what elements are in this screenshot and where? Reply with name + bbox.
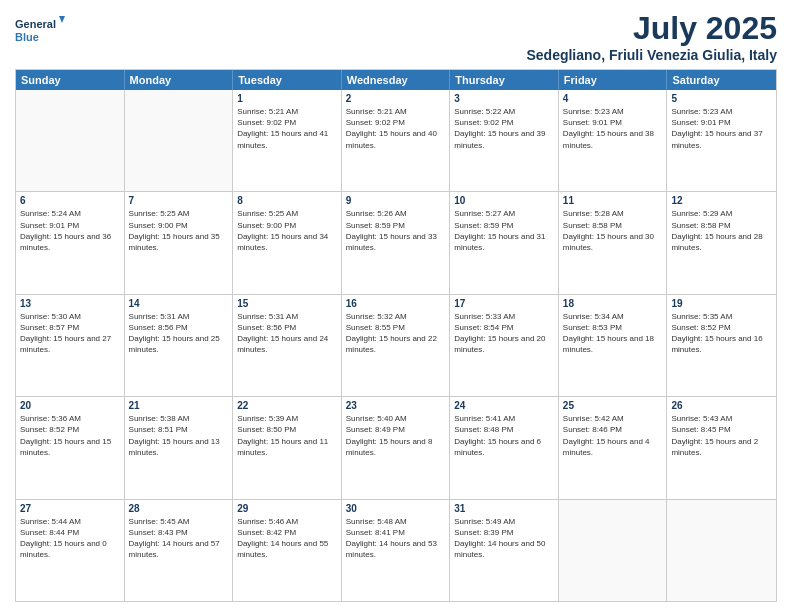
- day-number: 3: [454, 93, 554, 104]
- day-cell: 21Sunrise: 5:38 AM Sunset: 8:51 PM Dayli…: [125, 397, 234, 498]
- day-cell: 3Sunrise: 5:22 AM Sunset: 9:02 PM Daylig…: [450, 90, 559, 191]
- day-info: Sunrise: 5:34 AM Sunset: 8:53 PM Dayligh…: [563, 311, 663, 356]
- day-number: 9: [346, 195, 446, 206]
- day-header: Tuesday: [233, 70, 342, 90]
- day-cell: 15Sunrise: 5:31 AM Sunset: 8:56 PM Dayli…: [233, 295, 342, 396]
- day-number: 14: [129, 298, 229, 309]
- day-info: Sunrise: 5:42 AM Sunset: 8:46 PM Dayligh…: [563, 413, 663, 458]
- day-number: 7: [129, 195, 229, 206]
- day-info: Sunrise: 5:29 AM Sunset: 8:58 PM Dayligh…: [671, 208, 772, 253]
- day-cell: 5Sunrise: 5:23 AM Sunset: 9:01 PM Daylig…: [667, 90, 776, 191]
- day-cell: 18Sunrise: 5:34 AM Sunset: 8:53 PM Dayli…: [559, 295, 668, 396]
- day-number: 5: [671, 93, 772, 104]
- day-number: 22: [237, 400, 337, 411]
- main-title: July 2025: [526, 10, 777, 47]
- day-number: 15: [237, 298, 337, 309]
- day-info: Sunrise: 5:33 AM Sunset: 8:54 PM Dayligh…: [454, 311, 554, 356]
- day-header: Sunday: [16, 70, 125, 90]
- day-number: 30: [346, 503, 446, 514]
- header: General Blue July 2025 Sedegliano, Friul…: [15, 10, 777, 63]
- calendar-body: 1Sunrise: 5:21 AM Sunset: 9:02 PM Daylig…: [16, 90, 776, 601]
- day-info: Sunrise: 5:41 AM Sunset: 8:48 PM Dayligh…: [454, 413, 554, 458]
- day-cell: 24Sunrise: 5:41 AM Sunset: 8:48 PM Dayli…: [450, 397, 559, 498]
- day-number: 23: [346, 400, 446, 411]
- day-number: 12: [671, 195, 772, 206]
- day-info: Sunrise: 5:32 AM Sunset: 8:55 PM Dayligh…: [346, 311, 446, 356]
- day-info: Sunrise: 5:21 AM Sunset: 9:02 PM Dayligh…: [237, 106, 337, 151]
- day-number: 11: [563, 195, 663, 206]
- day-info: Sunrise: 5:23 AM Sunset: 9:01 PM Dayligh…: [563, 106, 663, 151]
- day-info: Sunrise: 5:40 AM Sunset: 8:49 PM Dayligh…: [346, 413, 446, 458]
- day-cell: 9Sunrise: 5:26 AM Sunset: 8:59 PM Daylig…: [342, 192, 451, 293]
- day-info: Sunrise: 5:38 AM Sunset: 8:51 PM Dayligh…: [129, 413, 229, 458]
- day-cell: 16Sunrise: 5:32 AM Sunset: 8:55 PM Dayli…: [342, 295, 451, 396]
- day-cell: 29Sunrise: 5:46 AM Sunset: 8:42 PM Dayli…: [233, 500, 342, 601]
- day-cell: 23Sunrise: 5:40 AM Sunset: 8:49 PM Dayli…: [342, 397, 451, 498]
- day-cell: 8Sunrise: 5:25 AM Sunset: 9:00 PM Daylig…: [233, 192, 342, 293]
- day-number: 26: [671, 400, 772, 411]
- day-number: 10: [454, 195, 554, 206]
- day-header: Monday: [125, 70, 234, 90]
- day-info: Sunrise: 5:27 AM Sunset: 8:59 PM Dayligh…: [454, 208, 554, 253]
- day-header: Friday: [559, 70, 668, 90]
- day-info: Sunrise: 5:49 AM Sunset: 8:39 PM Dayligh…: [454, 516, 554, 561]
- day-info: Sunrise: 5:21 AM Sunset: 9:02 PM Dayligh…: [346, 106, 446, 151]
- title-block: July 2025 Sedegliano, Friuli Venezia Giu…: [526, 10, 777, 63]
- day-number: 31: [454, 503, 554, 514]
- day-cell: 12Sunrise: 5:29 AM Sunset: 8:58 PM Dayli…: [667, 192, 776, 293]
- day-info: Sunrise: 5:31 AM Sunset: 8:56 PM Dayligh…: [237, 311, 337, 356]
- day-cell: 27Sunrise: 5:44 AM Sunset: 8:44 PM Dayli…: [16, 500, 125, 601]
- day-info: Sunrise: 5:45 AM Sunset: 8:43 PM Dayligh…: [129, 516, 229, 561]
- week-row: 13Sunrise: 5:30 AM Sunset: 8:57 PM Dayli…: [16, 294, 776, 396]
- day-number: 13: [20, 298, 120, 309]
- day-number: 29: [237, 503, 337, 514]
- day-info: Sunrise: 5:48 AM Sunset: 8:41 PM Dayligh…: [346, 516, 446, 561]
- day-number: 17: [454, 298, 554, 309]
- day-info: Sunrise: 5:25 AM Sunset: 9:00 PM Dayligh…: [129, 208, 229, 253]
- day-cell: 2Sunrise: 5:21 AM Sunset: 9:02 PM Daylig…: [342, 90, 451, 191]
- day-info: Sunrise: 5:28 AM Sunset: 8:58 PM Dayligh…: [563, 208, 663, 253]
- calendar: SundayMondayTuesdayWednesdayThursdayFrid…: [15, 69, 777, 602]
- day-info: Sunrise: 5:43 AM Sunset: 8:45 PM Dayligh…: [671, 413, 772, 458]
- day-cell: 31Sunrise: 5:49 AM Sunset: 8:39 PM Dayli…: [450, 500, 559, 601]
- day-cell: 4Sunrise: 5:23 AM Sunset: 9:01 PM Daylig…: [559, 90, 668, 191]
- day-info: Sunrise: 5:22 AM Sunset: 9:02 PM Dayligh…: [454, 106, 554, 151]
- day-header: Thursday: [450, 70, 559, 90]
- subtitle: Sedegliano, Friuli Venezia Giulia, Italy: [526, 47, 777, 63]
- logo: General Blue: [15, 14, 65, 50]
- day-number: 25: [563, 400, 663, 411]
- day-cell: 25Sunrise: 5:42 AM Sunset: 8:46 PM Dayli…: [559, 397, 668, 498]
- day-info: Sunrise: 5:46 AM Sunset: 8:42 PM Dayligh…: [237, 516, 337, 561]
- day-cell: 14Sunrise: 5:31 AM Sunset: 8:56 PM Dayli…: [125, 295, 234, 396]
- day-header: Wednesday: [342, 70, 451, 90]
- day-number: 4: [563, 93, 663, 104]
- day-cell: 10Sunrise: 5:27 AM Sunset: 8:59 PM Dayli…: [450, 192, 559, 293]
- day-headers: SundayMondayTuesdayWednesdayThursdayFrid…: [16, 70, 776, 90]
- day-cell: 19Sunrise: 5:35 AM Sunset: 8:52 PM Dayli…: [667, 295, 776, 396]
- day-cell: 6Sunrise: 5:24 AM Sunset: 9:01 PM Daylig…: [16, 192, 125, 293]
- day-number: 6: [20, 195, 120, 206]
- day-cell: 30Sunrise: 5:48 AM Sunset: 8:41 PM Dayli…: [342, 500, 451, 601]
- day-number: 1: [237, 93, 337, 104]
- day-info: Sunrise: 5:44 AM Sunset: 8:44 PM Dayligh…: [20, 516, 120, 561]
- day-cell: [16, 90, 125, 191]
- day-cell: 26Sunrise: 5:43 AM Sunset: 8:45 PM Dayli…: [667, 397, 776, 498]
- day-cell: 13Sunrise: 5:30 AM Sunset: 8:57 PM Dayli…: [16, 295, 125, 396]
- day-cell: 1Sunrise: 5:21 AM Sunset: 9:02 PM Daylig…: [233, 90, 342, 191]
- day-number: 20: [20, 400, 120, 411]
- day-info: Sunrise: 5:39 AM Sunset: 8:50 PM Dayligh…: [237, 413, 337, 458]
- week-row: 20Sunrise: 5:36 AM Sunset: 8:52 PM Dayli…: [16, 396, 776, 498]
- day-cell: [667, 500, 776, 601]
- day-cell: 7Sunrise: 5:25 AM Sunset: 9:00 PM Daylig…: [125, 192, 234, 293]
- day-info: Sunrise: 5:30 AM Sunset: 8:57 PM Dayligh…: [20, 311, 120, 356]
- svg-text:Blue: Blue: [15, 31, 39, 43]
- day-cell: 17Sunrise: 5:33 AM Sunset: 8:54 PM Dayli…: [450, 295, 559, 396]
- day-cell: 28Sunrise: 5:45 AM Sunset: 8:43 PM Dayli…: [125, 500, 234, 601]
- day-info: Sunrise: 5:24 AM Sunset: 9:01 PM Dayligh…: [20, 208, 120, 253]
- day-cell: 11Sunrise: 5:28 AM Sunset: 8:58 PM Dayli…: [559, 192, 668, 293]
- svg-marker-2: [59, 16, 65, 23]
- day-number: 28: [129, 503, 229, 514]
- day-info: Sunrise: 5:36 AM Sunset: 8:52 PM Dayligh…: [20, 413, 120, 458]
- day-number: 8: [237, 195, 337, 206]
- day-number: 16: [346, 298, 446, 309]
